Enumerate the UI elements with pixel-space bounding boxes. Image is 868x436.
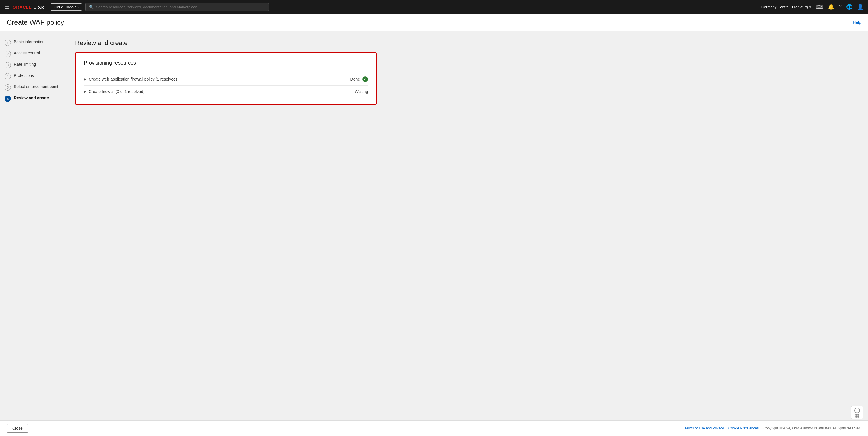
- region-selector[interactable]: Germany Central (Frankfurt) ▾: [761, 5, 811, 9]
- prov-item-left-waf: ▶ Create web application firewall policy…: [84, 77, 177, 81]
- help-link[interactable]: Help: [853, 20, 861, 25]
- main-layout: 1 Basic information 2 Access control 3 R…: [0, 31, 868, 420]
- content-section-title: Review and create: [75, 39, 859, 47]
- help-dot-2: [857, 414, 859, 416]
- help-widget-dots: [856, 414, 859, 417]
- search-input[interactable]: [96, 5, 265, 9]
- bell-icon[interactable]: 🔔: [828, 4, 834, 10]
- oracle-wordmark: ORACLE: [12, 5, 32, 9]
- prov-status-waf: Done ✓: [350, 76, 368, 82]
- provisioning-item-firewall: ▶ Create firewall (0 of 1 resolved) Wait…: [84, 86, 368, 97]
- search-icon: 🔍: [89, 5, 94, 9]
- provisioning-item-waf-policy: ▶ Create web application firewall policy…: [84, 73, 368, 86]
- help-widget[interactable]: [851, 406, 863, 419]
- help-dot-1: [856, 414, 857, 416]
- status-done-icon-waf: ✓: [362, 76, 368, 82]
- cloud-classic-button[interactable]: Cloud Classic ›: [51, 3, 82, 11]
- sidebar-item-protections[interactable]: 4 Protections: [0, 71, 66, 82]
- sidebar: 1 Basic information 2 Access control 3 R…: [0, 31, 66, 420]
- status-text-waf: Done: [350, 77, 360, 81]
- step-1-circle: 1: [5, 40, 11, 46]
- terms-link[interactable]: Terms of Use and Privacy: [685, 426, 724, 430]
- status-text-firewall: Waiting: [355, 89, 368, 94]
- prov-label-waf: Create web application firewall policy (…: [89, 77, 177, 81]
- top-navigation: ☰ ORACLE Cloud Cloud Classic › 🔍 Germany…: [0, 0, 868, 14]
- step-6-circle: 6: [5, 96, 11, 102]
- cloud-wordmark: Cloud: [33, 5, 44, 9]
- step-3-circle: 3: [5, 62, 11, 68]
- help-widget-ring: [854, 408, 860, 413]
- sidebar-item-rate-limiting[interactable]: 3 Rate limiting: [0, 59, 66, 71]
- topnav-right-actions: Germany Central (Frankfurt) ▾ ⌨ 🔔 ? 🌐 👤: [761, 4, 863, 10]
- provisioning-card-title: Provisioning resources: [84, 60, 368, 66]
- search-bar[interactable]: 🔍: [85, 3, 269, 11]
- sidebar-label-basic-information: Basic information: [14, 39, 44, 45]
- sidebar-label-select-enforcement-point: Select enforcement point: [14, 84, 58, 90]
- footer-left: Close: [7, 424, 28, 433]
- sidebar-label-protections: Protections: [14, 73, 34, 78]
- sidebar-item-review-and-create[interactable]: 6 Review and create: [0, 93, 66, 104]
- chevron-right-icon-waf[interactable]: ▶: [84, 77, 86, 81]
- footer-bar: Close Terms of Use and Privacy Cookie Pr…: [0, 420, 868, 436]
- page-title: Create WAF policy: [7, 19, 64, 26]
- chevron-right-icon-firewall[interactable]: ▶: [84, 90, 86, 94]
- sidebar-label-review-and-create: Review and create: [14, 95, 49, 101]
- sidebar-label-rate-limiting: Rate limiting: [14, 62, 36, 67]
- step-2-circle: 2: [5, 51, 11, 57]
- prov-status-firewall: Waiting: [355, 89, 368, 94]
- sidebar-item-access-control[interactable]: 2 Access control: [0, 48, 66, 59]
- hamburger-icon[interactable]: ☰: [5, 4, 9, 10]
- step-5-circle: 5: [5, 84, 11, 91]
- cookie-preferences-link[interactable]: Cookie Preferences: [728, 426, 758, 430]
- page-header: Create WAF policy Help: [0, 14, 868, 31]
- close-button[interactable]: Close: [7, 424, 28, 433]
- help-icon[interactable]: ?: [839, 4, 842, 10]
- user-avatar[interactable]: 👤: [857, 4, 863, 10]
- globe-icon[interactable]: 🌐: [846, 4, 852, 10]
- main-content: Review and create Provisioning resources…: [66, 31, 868, 420]
- oracle-logo: ORACLE Cloud: [12, 5, 45, 9]
- prov-label-firewall: Create firewall (0 of 1 resolved): [89, 89, 145, 94]
- code-icon[interactable]: ⌨: [816, 4, 823, 10]
- footer-links: Terms of Use and Privacy Cookie Preferen…: [685, 426, 861, 430]
- sidebar-item-basic-information[interactable]: 1 Basic information: [0, 37, 66, 48]
- provisioning-card: Provisioning resources ▶ Create web appl…: [75, 53, 377, 105]
- step-4-circle: 4: [5, 73, 11, 79]
- prov-item-left-firewall: ▶ Create firewall (0 of 1 resolved): [84, 89, 145, 94]
- sidebar-item-select-enforcement-point[interactable]: 5 Select enforcement point: [0, 82, 66, 93]
- copyright-text: Copyright © 2024, Oracle and/or its affi…: [763, 426, 861, 430]
- help-dot-3: [856, 416, 857, 417]
- sidebar-label-access-control: Access control: [14, 51, 40, 56]
- help-dot-4: [857, 416, 859, 417]
